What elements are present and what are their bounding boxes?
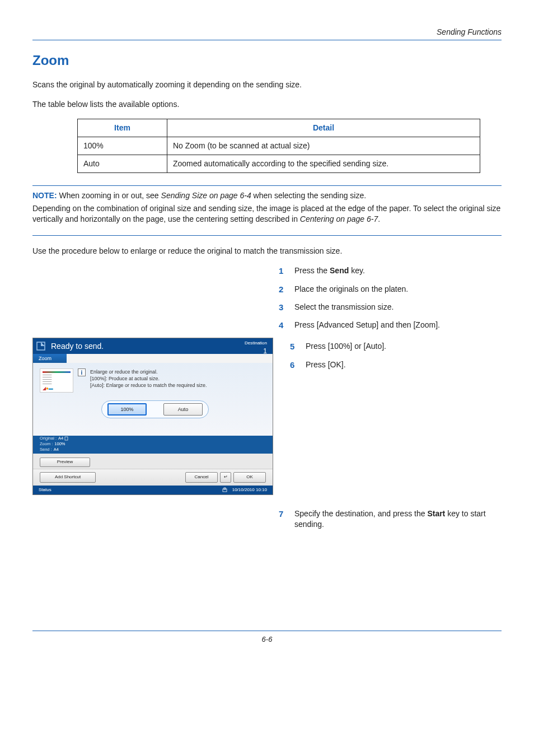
page-number: 6-6	[262, 635, 273, 643]
hint-line: Enlarge or reduce the original.	[90, 368, 207, 375]
steps-top: 1Press the Send key. 2Place the original…	[279, 265, 502, 331]
header-rule	[32, 40, 502, 40]
th-detail: Detail	[167, 119, 480, 137]
note-text-1a: When zooming in or out, see	[57, 191, 161, 200]
note-label: NOTE:	[32, 191, 57, 200]
table-row: Auto Zoomed automatically according to t…	[78, 155, 480, 172]
panel-destination-label: Destination	[245, 340, 267, 347]
cell-item: 100%	[78, 137, 167, 155]
note-ref-2: Centering on page 6-7	[300, 214, 378, 223]
cell-item: Auto	[78, 155, 167, 172]
hint-line: [100%]: Produce at actual size.	[90, 375, 207, 382]
panel-body: ━━━━━━━━━━━━━━━━━━━━━━━━━━━━━━━━━━━━━━━━…	[33, 363, 273, 436]
step-bold: Start	[427, 509, 445, 518]
intro-1: Scans the original by automatically zoom…	[32, 80, 502, 90]
step-num: 2	[279, 284, 294, 295]
option-100-button[interactable]: 100%	[107, 403, 147, 416]
step-num: 4	[279, 320, 294, 331]
step-bold: Send	[330, 266, 349, 275]
cell-detail: No Zoom (to be scanned at actual size)	[167, 137, 480, 155]
ok-button[interactable]: OK	[233, 472, 266, 483]
panel-hint: Enlarge or reduce the original. [100%]: …	[90, 368, 207, 393]
note-text-1b: when selecting the sending size.	[251, 191, 366, 200]
table-row: 100% No Zoom (to be scanned at actual si…	[78, 137, 480, 155]
procedure-intro: Use the procedure below to enlarge or re…	[32, 246, 502, 256]
step-4: 4Press [Advanced Setup] and then [Zoom].	[279, 320, 502, 331]
back-button[interactable]: ↵	[220, 472, 231, 483]
panel-destination-count: 1	[245, 347, 267, 356]
panel-ready-text: Ready to send.	[51, 341, 104, 352]
info-value: A4	[54, 447, 59, 452]
panel-mid-strip: Original :A4 Zoom :100% Send :A4	[33, 436, 273, 454]
panel-thumbnail: ━━━━━━━━━━━━━━━━━━━━━━━━━━━━━━━━━━━━━━━━…	[40, 368, 73, 393]
status-icon	[222, 487, 227, 492]
option-auto-button[interactable]: Auto	[163, 403, 203, 416]
options-table: Item Detail 100% No Zoom (to be scanned …	[77, 119, 480, 173]
hint-line: [Auto]: Enlarge or reduce to match the r…	[90, 382, 207, 389]
panel-destination: Destination 1	[245, 340, 267, 356]
step-5: 5Press [100%] or [Auto].	[290, 341, 502, 352]
intro-2: The table below lists the available opti…	[32, 99, 502, 110]
th-item: Item	[78, 119, 167, 137]
panel-size-info: Original :A4 Zoom :100% Send :A4	[40, 436, 69, 454]
steps-final: 7Specify the destination, and press the …	[279, 508, 502, 530]
step-num: 3	[279, 302, 294, 313]
note-text-2: Depending on the combination of original…	[32, 204, 500, 223]
step-text: Place the originals on the platen.	[294, 284, 502, 295]
step-text: Press [OK].	[306, 360, 502, 370]
note-rule-bottom	[32, 235, 502, 236]
panel-status-bar[interactable]: Status 10/10/2010 10:10	[33, 486, 273, 494]
option-group: 100% Auto	[101, 400, 209, 418]
step-6: 6Press [OK].	[290, 360, 502, 371]
add-shortcut-button[interactable]: Add Shortcut	[40, 472, 96, 483]
step-num: 1	[279, 265, 294, 277]
device-panel: Ready to send. Destination 1 Zoom ━━━━━━…	[32, 338, 273, 495]
step-text: Select the transmission size.	[294, 302, 502, 312]
note-ref-1: Sending Size on page 6-4	[161, 191, 251, 200]
panel-action-bar: Add Shortcut Cancel ↵ OK	[33, 469, 273, 486]
info-label: Original	[40, 436, 54, 441]
info-value: 100%	[54, 441, 65, 446]
step-2: 2Place the originals on the platen.	[279, 284, 502, 295]
step-1: 1Press the Send key.	[279, 265, 502, 277]
info-label: Send	[40, 447, 50, 452]
note-block: NOTE: When zooming in or out, see Sendin…	[32, 190, 502, 225]
note-text-2end: .	[378, 214, 380, 223]
step-num: 6	[290, 360, 306, 371]
info-icon: i	[78, 368, 86, 376]
step-text: Press [100%] or [Auto].	[306, 341, 502, 352]
panel-titlebar: Ready to send. Destination 1	[33, 338, 273, 354]
orientation-icon	[64, 436, 69, 441]
note-rule-top	[32, 185, 502, 186]
send-icon	[33, 338, 49, 354]
step-num: 7	[279, 508, 294, 520]
note-line-2: Depending on the combination of original…	[32, 203, 502, 225]
steps-right: 5Press [100%] or [Auto]. 6Press [OK].	[290, 341, 502, 371]
status-label: Status	[39, 487, 51, 493]
svg-rect-1	[65, 437, 68, 440]
info-value: A4	[58, 436, 63, 441]
step-text: Press [Advanced Setup] and then [Zoom].	[294, 320, 502, 330]
step-3: 3Select the transmission size.	[279, 302, 502, 313]
cell-detail: Zoomed automatically according to the sp…	[167, 155, 480, 172]
running-header: Sending Functions	[32, 27, 502, 38]
step-text: Specify the destination, and press the	[294, 509, 427, 518]
step-text: Press the	[294, 266, 330, 275]
step-num: 5	[290, 341, 306, 352]
svg-rect-3	[224, 488, 226, 489]
status-timestamp: 10/10/2010 10:10	[232, 487, 267, 492]
step-text: key.	[349, 266, 365, 275]
info-label: Zoom	[40, 441, 50, 446]
step-7: 7Specify the destination, and press the …	[279, 508, 502, 530]
preview-button[interactable]: Preview	[40, 458, 90, 467]
cancel-button[interactable]: Cancel	[185, 472, 218, 483]
page-title: Zoom	[32, 52, 502, 69]
panel-tab-zoom[interactable]: Zoom	[33, 354, 67, 363]
footer-rule	[32, 631, 502, 631]
